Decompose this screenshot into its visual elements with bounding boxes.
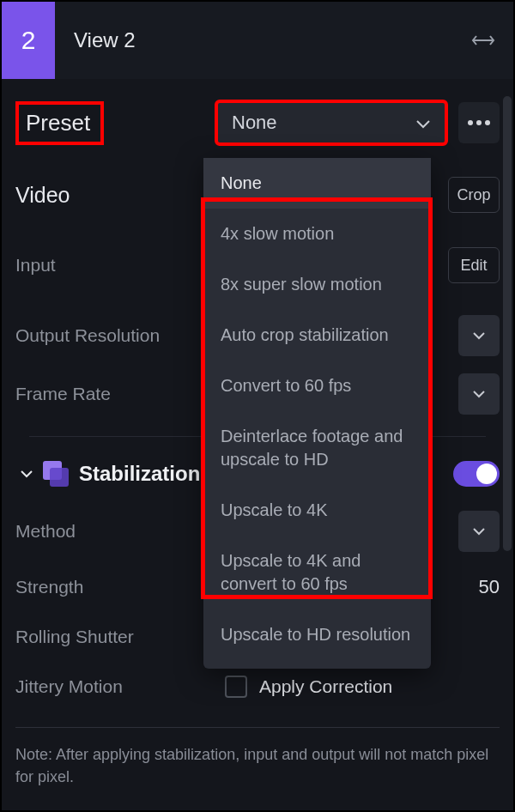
output-resolution-select[interactable] [458, 315, 500, 356]
chevron-down-icon [20, 470, 33, 478]
preset-option-auto-crop-stabilization[interactable]: Auto crop stabilization [203, 310, 431, 361]
preset-option-8x-super-slow-motion[interactable]: 8x super slow motion [203, 259, 431, 310]
video-heading: Video [15, 183, 70, 208]
preset-option-upscale-4k-60fps[interactable]: Upscale to 4K and convert to 60 fps [203, 536, 431, 609]
header: 2 View 2 [2, 2, 513, 79]
preset-row: Preset None [15, 100, 500, 146]
frame-rate-select[interactable] [458, 373, 500, 415]
preset-label: Preset [26, 110, 90, 136]
resize-horizontal-icon[interactable] [470, 27, 496, 53]
preset-option-upscale-hd[interactable]: Upscale to HD resolution [203, 609, 431, 660]
method-label: Method [15, 521, 76, 542]
preset-more-button[interactable] [458, 102, 500, 143]
preset-option-convert-to-60fps[interactable]: Convert to 60 fps [203, 361, 431, 411]
chevron-down-icon [472, 331, 486, 340]
jittery-motion-label: Jittery Motion [15, 676, 123, 697]
preset-select[interactable]: None [215, 100, 448, 146]
preset-option-4x-slow-motion[interactable]: 4x slow motion [203, 209, 431, 259]
preset-option-none[interactable]: None [203, 158, 431, 209]
preset-dropdown-panel: None 4x slow motion 8x super slow motion… [203, 158, 431, 669]
strength-label: Strength [15, 577, 83, 597]
tab-index-badge[interactable]: 2 [2, 2, 55, 79]
stabilization-note: Note: After applying stabilization, inpu… [15, 743, 500, 788]
rolling-shutter-label: Rolling Shutter [15, 627, 134, 647]
stabilization-heading: Stabilization [79, 462, 200, 486]
preset-option-upscale-4k[interactable]: Upscale to 4K [203, 485, 431, 536]
input-label: Input [15, 255, 56, 276]
jittery-motion-checkbox[interactable] [225, 676, 247, 698]
edit-button[interactable]: Edit [448, 247, 500, 283]
scrollbar[interactable] [503, 96, 512, 551]
method-select[interactable] [458, 511, 500, 552]
output-resolution-label: Output Resolution [15, 325, 160, 346]
divider [15, 727, 500, 728]
crop-button[interactable]: Crop [448, 177, 500, 213]
preset-selected-value: None [232, 112, 277, 134]
chevron-down-icon [472, 527, 486, 536]
stabilization-toggle[interactable] [453, 461, 500, 487]
chevron-down-icon [415, 112, 431, 134]
expand-toggle[interactable] [15, 470, 38, 478]
stabilization-icon [43, 461, 69, 487]
frame-rate-label: Frame Rate [15, 384, 111, 404]
preset-label-highlight: Preset [15, 101, 104, 145]
tab-title: View 2 [74, 28, 136, 52]
strength-value: 50 [479, 576, 500, 598]
app-root: 2 View 2 Preset None Video [2, 2, 513, 810]
preset-option-deinterlace-upscale-hd[interactable]: Deinterlace footage and upscale to HD [203, 411, 431, 485]
jittery-motion-check-label: Apply Correction [259, 676, 392, 697]
ellipsis-icon [468, 120, 490, 125]
chevron-down-icon [472, 390, 486, 398]
jittery-motion-row: Jittery Motion Apply Correction [15, 676, 500, 698]
